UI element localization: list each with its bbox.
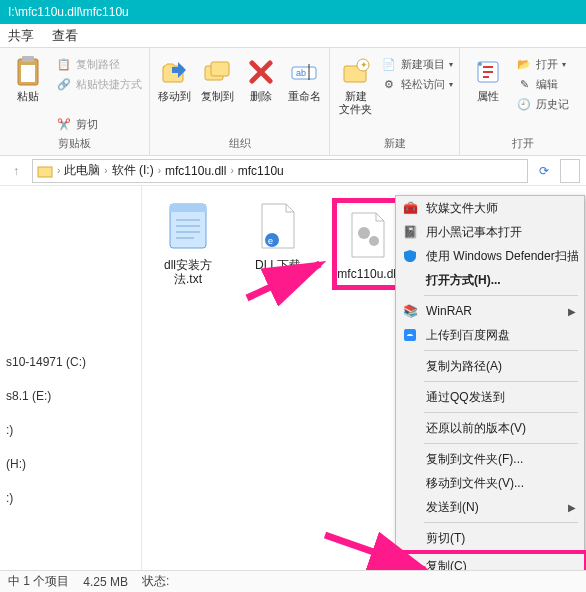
file-item-url[interactable]: e DLL下载 bbox=[242, 198, 314, 272]
properties-button[interactable]: 属性 bbox=[466, 52, 510, 103]
folder-icon bbox=[37, 164, 53, 178]
group-label-organize: 组织 bbox=[156, 136, 323, 153]
ctx-separator bbox=[424, 412, 578, 413]
edit-button[interactable]: ✎ 编辑 bbox=[516, 76, 569, 92]
file-label: dll安装方法.txt bbox=[152, 258, 224, 286]
new-folder-button[interactable]: ✦ 新建 文件夹 bbox=[336, 52, 375, 116]
easy-access-button[interactable]: ⚙ 轻松访问 ▾ bbox=[381, 76, 453, 92]
shortcut-icon: 🔗 bbox=[56, 76, 72, 92]
group-label-new: 新建 bbox=[336, 136, 453, 153]
open-button[interactable]: 📂 打开 ▾ bbox=[516, 56, 569, 72]
shield-icon bbox=[402, 248, 418, 264]
tab-view[interactable]: 查看 bbox=[52, 27, 78, 45]
svg-rect-5 bbox=[211, 62, 229, 76]
file-item-dll-selected[interactable]: mfc110u.dll bbox=[332, 198, 404, 290]
svg-text:✦: ✦ bbox=[360, 60, 368, 70]
ctx-separator bbox=[424, 381, 578, 382]
group-label-clipboard: 剪贴板 bbox=[6, 136, 143, 153]
status-state-label: 状态: bbox=[142, 573, 169, 590]
ctx-restore-version[interactable]: 还原以前的版本(V) bbox=[396, 416, 584, 440]
crumb-pc[interactable]: 此电脑 bbox=[64, 162, 100, 179]
tree-item[interactable]: (H:) bbox=[4, 454, 137, 474]
rename-icon: ab bbox=[288, 56, 320, 88]
cut-button[interactable]: ✂️ 剪切 bbox=[56, 116, 142, 132]
ctx-defender[interactable]: 使用 Windows Defender扫描 bbox=[396, 244, 584, 268]
new-folder-icon: ✦ bbox=[340, 56, 372, 88]
notepad-icon: 📓 bbox=[402, 224, 418, 240]
move-to-button[interactable]: 移动到 bbox=[156, 52, 193, 103]
ctx-send-to[interactable]: 发送到(N) ▶ bbox=[396, 495, 584, 519]
copy-path-button[interactable]: 📋 复制路径 bbox=[56, 56, 142, 72]
properties-icon bbox=[472, 56, 504, 88]
winrar-icon: 📚 bbox=[402, 303, 418, 319]
ctx-cut[interactable]: 剪切(T) bbox=[396, 526, 584, 550]
new-item-icon: 📄 bbox=[381, 56, 397, 72]
paste-shortcut-button[interactable]: 🔗 粘贴快捷方式 bbox=[56, 76, 142, 92]
ribbon: 粘贴 📋 复制路径 🔗 粘贴快捷方式 ✂️ 剪切 剪贴板 bbox=[0, 48, 586, 156]
nav-up-icon[interactable]: ↑ bbox=[6, 161, 26, 181]
notepad-icon bbox=[160, 198, 216, 254]
url-file-icon: e bbox=[250, 198, 306, 254]
copy-to-button[interactable]: 复制到 bbox=[199, 52, 236, 103]
address-bar: ↑ › 此电脑 › 软件 (I:) › mfc110u.dll › mfc110… bbox=[0, 156, 586, 186]
ctx-open-with[interactable]: 打开方式(H)... bbox=[396, 268, 584, 292]
easy-access-icon: ⚙ bbox=[381, 76, 397, 92]
ctx-separator bbox=[424, 350, 578, 351]
ctx-winrar[interactable]: 📚 WinRAR ▶ bbox=[396, 299, 584, 323]
ctx-separator bbox=[424, 522, 578, 523]
search-input[interactable] bbox=[560, 159, 580, 183]
svg-rect-2 bbox=[21, 65, 35, 82]
crumb-drive[interactable]: 软件 (I:) bbox=[112, 162, 154, 179]
new-item-button[interactable]: 📄 新建项目 ▾ bbox=[381, 56, 453, 72]
svg-rect-16 bbox=[170, 204, 206, 212]
history-icon: 🕘 bbox=[516, 96, 532, 112]
nav-tree[interactable]: s10-14971 (C:) s8.1 (E:) :) (H:) :) bbox=[0, 186, 142, 570]
delete-button[interactable]: 删除 bbox=[243, 52, 280, 103]
ctx-copy-path[interactable]: 复制为路径(A) bbox=[396, 354, 584, 378]
ribbon-tabs: 共享 查看 bbox=[0, 24, 586, 48]
chevron-down-icon: ▾ bbox=[449, 80, 453, 89]
file-item-txt[interactable]: dll安装方法.txt bbox=[152, 198, 224, 286]
window-titlebar: I:\mfc110u.dll\mfc110u bbox=[0, 0, 586, 24]
chevron-right-icon[interactable]: › bbox=[57, 165, 60, 176]
refresh-icon[interactable]: ⟳ bbox=[534, 161, 554, 181]
chevron-down-icon: ▾ bbox=[562, 60, 566, 69]
crumb-folder1[interactable]: mfc110u.dll bbox=[165, 164, 226, 178]
tree-item[interactable]: :) bbox=[4, 420, 137, 440]
ctx-baidu[interactable]: 上传到百度网盘 bbox=[396, 323, 584, 347]
app-icon: 🧰 bbox=[402, 200, 418, 216]
chevron-right-icon[interactable]: › bbox=[158, 165, 161, 176]
breadcrumb[interactable]: › 此电脑 › 软件 (I:) › mfc110u.dll › mfc110u bbox=[32, 159, 528, 183]
chevron-right-icon[interactable]: › bbox=[230, 165, 233, 176]
status-bar: 中 1 个项目 4.25 MB 状态: bbox=[0, 570, 586, 592]
status-size: 4.25 MB bbox=[83, 575, 128, 589]
tree-item[interactable]: :) bbox=[4, 488, 137, 508]
tree-item[interactable]: s10-14971 (C:) bbox=[4, 352, 137, 372]
title-path: I:\mfc110u.dll\mfc110u bbox=[8, 5, 129, 19]
context-menu: 🧰 软媒文件大师 📓 用小黑记事本打开 使用 Windows Defender扫… bbox=[395, 195, 585, 583]
paste-button[interactable]: 粘贴 bbox=[6, 52, 50, 103]
file-label: mfc110u.dll bbox=[337, 267, 398, 281]
open-icon: 📂 bbox=[516, 56, 532, 72]
svg-rect-1 bbox=[22, 56, 34, 62]
dll-file-icon bbox=[340, 207, 396, 263]
tab-share[interactable]: 共享 bbox=[8, 27, 34, 45]
edit-icon: ✎ bbox=[516, 76, 532, 92]
svg-text:ab: ab bbox=[296, 68, 306, 78]
history-button[interactable]: 🕘 历史记 bbox=[516, 96, 569, 112]
tree-item[interactable]: s8.1 (E:) bbox=[4, 386, 137, 406]
group-label-open: 打开 bbox=[466, 136, 580, 153]
chevron-down-icon: ▾ bbox=[449, 60, 453, 69]
crumb-folder2[interactable]: mfc110u bbox=[238, 164, 284, 178]
ctx-copy-to-folder[interactable]: 复制到文件夹(F)... bbox=[396, 447, 584, 471]
move-icon bbox=[159, 56, 191, 88]
rename-button[interactable]: ab 重命名 bbox=[286, 52, 323, 103]
ctx-qq-send[interactable]: 通过QQ发送到 bbox=[396, 385, 584, 409]
delete-icon bbox=[245, 56, 277, 88]
ctx-move-to-folder[interactable]: 移动到文件夹(V)... bbox=[396, 471, 584, 495]
ctx-ruanmei[interactable]: 🧰 软媒文件大师 bbox=[396, 196, 584, 220]
cloud-icon bbox=[402, 327, 418, 343]
ctx-blacknote[interactable]: 📓 用小黑记事本打开 bbox=[396, 220, 584, 244]
chevron-right-icon[interactable]: › bbox=[104, 165, 107, 176]
chevron-right-icon: ▶ bbox=[568, 306, 576, 317]
